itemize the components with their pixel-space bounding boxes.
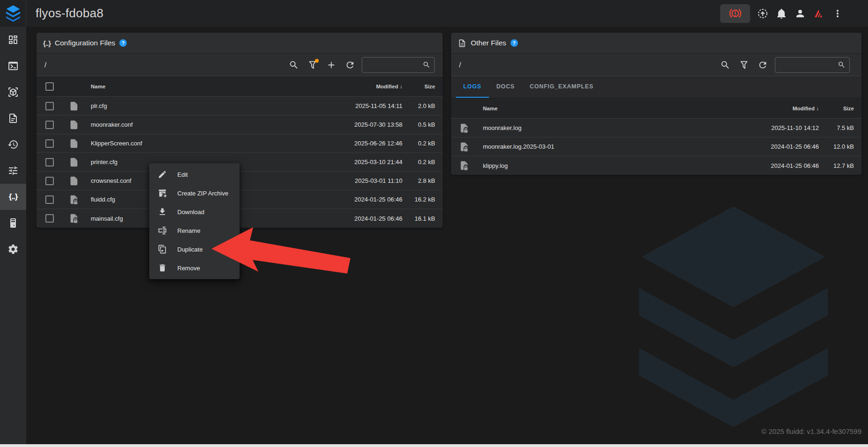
account-button[interactable] <box>794 7 806 20</box>
file-row[interactable]: moonraker.log 2025-11-10 14:12 7.5 kB <box>451 119 861 137</box>
window-edge-strip <box>0 444 868 447</box>
context-menu-label: Create ZIP Archive <box>177 190 228 197</box>
row-checkbox[interactable] <box>45 195 54 204</box>
search-icon <box>838 61 846 69</box>
refresh-button[interactable] <box>753 56 772 74</box>
sidebar-item-preview[interactable] <box>0 79 26 105</box>
row-checkbox[interactable] <box>45 158 54 166</box>
notifications-button[interactable] <box>775 7 788 20</box>
file-row[interactable]: fluidd.cfg 2024-01-25 06:46 16.2 kB <box>36 190 443 209</box>
vendor-logo-button[interactable] <box>813 7 825 20</box>
file-name: moonraker.conf <box>85 121 337 128</box>
duplicate-icon <box>158 245 167 254</box>
row-checkbox[interactable] <box>45 102 54 110</box>
tab-docs[interactable]: DOCS <box>489 76 522 98</box>
file-size: 12.0 kB <box>819 143 854 150</box>
emergency-stop-button[interactable] <box>720 4 750 23</box>
file-modified: 2025-03-01 11:10 <box>337 177 402 184</box>
panel-title: Configuration Files <box>55 39 115 47</box>
help-icon[interactable]: ? <box>119 39 127 47</box>
filter-active-badge <box>315 59 319 63</box>
file-row[interactable]: moonraker.conf 2025-07-30 13:58 0.5 kB <box>36 115 443 134</box>
search-input[interactable] <box>367 61 423 68</box>
sidebar-item-jobs[interactable] <box>0 105 26 131</box>
other-files-panel: Other Files ? / LOGS DOCS CONFIG_EXAMPLE… <box>451 33 861 175</box>
other-files-header: Other Files ? <box>451 33 861 54</box>
filter-button[interactable] <box>735 56 753 74</box>
file-row[interactable]: crowsnest.conf 2025-03-01 11:10 2.8 kB <box>36 172 443 190</box>
file-row[interactable]: printer.cfg 2025-03-10 21:44 0.2 kB <box>36 153 443 172</box>
tab-logs[interactable]: LOGS <box>456 76 489 98</box>
code-braces-icon: {..} <box>43 39 51 47</box>
tab-config-examples[interactable]: CONFIG_EXAMPLES <box>522 76 601 98</box>
column-header-size[interactable]: Size <box>402 84 435 89</box>
file-size: 0.5 kB <box>402 121 435 128</box>
column-header-name[interactable]: Name <box>85 84 337 89</box>
context-menu-item-edit[interactable]: Edit <box>149 165 240 184</box>
file-search-field[interactable] <box>775 57 850 73</box>
fluidd-app: flyos-fdoba8 <box>0 0 868 447</box>
column-header-modified[interactable]: Modified↓ <box>337 83 402 90</box>
column-header-size[interactable]: Size <box>819 106 854 111</box>
breadcrumb-path[interactable]: / <box>459 61 461 69</box>
file-row[interactable]: moonraker.log.2025-03-01 2024-01-25 06:4… <box>451 137 861 156</box>
file-modified: 2024-01-25 06:46 <box>337 196 402 203</box>
breadcrumb-path[interactable]: / <box>44 61 46 69</box>
file-size: 0.2 kB <box>402 140 435 147</box>
sidebar-item-tune[interactable] <box>0 158 26 184</box>
context-menu-label: Duplicate <box>177 246 203 253</box>
sidebar-item-system[interactable] <box>0 210 26 236</box>
help-icon[interactable]: ? <box>511 39 518 47</box>
sidebar-item-settings[interactable] <box>0 236 26 262</box>
column-header-modified[interactable]: Modified↓ <box>749 105 819 112</box>
fluidd-logo[interactable] <box>0 0 26 27</box>
row-checkbox[interactable] <box>45 177 54 185</box>
person-icon <box>795 8 806 19</box>
search-toggle-button[interactable] <box>284 56 303 74</box>
search-input[interactable] <box>780 61 838 68</box>
updates-button[interactable] <box>757 7 769 20</box>
file-row[interactable]: plr.cfg 2025-11-05 14:11 2.0 kB <box>36 97 443 115</box>
context-menu-item-remove[interactable]: Remove <box>149 259 240 277</box>
sidebar-item-configuration[interactable]: {..} <box>0 184 26 210</box>
sidebar-item-console[interactable] <box>0 53 26 79</box>
file-name: KlipperScreen.conf <box>85 140 337 147</box>
file-name: moonraker.log <box>477 124 749 131</box>
other-files-toolbar: / <box>451 54 861 76</box>
archive-plus-icon <box>158 188 167 198</box>
context-menu-item-rename[interactable]: Rename <box>149 221 240 240</box>
refresh-button[interactable] <box>341 56 359 74</box>
context-menu-item-duplicate[interactable]: Duplicate <box>149 240 240 259</box>
nav-sidebar: {..} <box>0 27 26 444</box>
pencil-icon <box>158 170 167 179</box>
add-file-button[interactable] <box>322 56 341 74</box>
row-checkbox[interactable] <box>45 214 54 223</box>
file-context-menu: Edit Create ZIP Archive Download Rename … <box>149 163 240 279</box>
file-name: klippy.log <box>477 162 749 169</box>
configuration-files-panel: {..} Configuration Files ? / Name Modifi… <box>36 33 443 228</box>
context-menu-label: Remove <box>177 265 200 272</box>
overflow-menu-button[interactable] <box>832 7 844 20</box>
context-menu-item-create-zip[interactable]: Create ZIP Archive <box>149 184 240 202</box>
file-row[interactable]: KlipperScreen.conf 2025-06-26 12:46 0.2 … <box>36 134 443 153</box>
file-row[interactable]: klippy.log 2024-01-25 06:46 12.7 kB <box>451 156 861 175</box>
sidebar-item-dashboard[interactable] <box>0 27 26 53</box>
row-checkbox[interactable] <box>45 121 54 129</box>
context-menu-item-download[interactable]: Download <box>149 202 240 221</box>
file-modified: 2025-07-30 13:58 <box>337 121 402 128</box>
file-search-field[interactable] <box>362 57 435 73</box>
topbar-actions <box>720 4 868 23</box>
row-checkbox[interactable] <box>45 139 54 148</box>
fluidd-watermark <box>599 199 868 435</box>
column-header-name[interactable]: Name <box>477 106 749 111</box>
file-row[interactable]: mainsail.cfg 2024-01-25 06:46 16.1 kB <box>36 209 443 228</box>
select-all-checkbox[interactable] <box>45 82 54 91</box>
dots-vertical-icon <box>832 8 843 19</box>
context-menu-label: Rename <box>177 227 200 234</box>
file-lock-icon <box>459 123 470 133</box>
file-size: 16.1 kB <box>402 215 435 222</box>
configuration-files-table-header: Name Modified↓ Size <box>36 76 443 97</box>
filter-button[interactable] <box>303 56 322 74</box>
search-toggle-button[interactable] <box>716 56 735 74</box>
sidebar-item-history[interactable] <box>0 131 26 158</box>
